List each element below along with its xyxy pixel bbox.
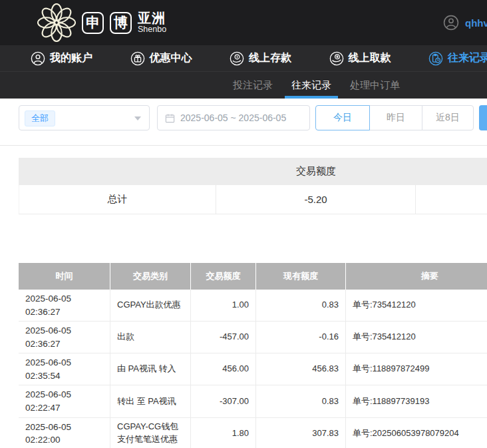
summary-header-row: 交易额度	[19, 158, 487, 185]
brand-logo: 申 博 亚洲 Shenbo	[37, 3, 166, 43]
cell-type: CGPAY-CG钱包支付笔笔送优惠	[110, 418, 191, 448]
cell-amount: 1.80	[191, 418, 256, 448]
col-header-balance: 现有额度	[256, 263, 346, 290]
col-header-time: 时间	[19, 263, 110, 290]
record-tabs: 投注记录 往来记录 处理中订单	[0, 71, 487, 99]
username-label: qhhv	[465, 17, 487, 29]
nav-label: 线上存款	[249, 51, 291, 65]
records-icon	[428, 51, 443, 66]
cell-balance: 456.83	[256, 353, 346, 385]
cell-summary: 单号:118897872499	[346, 353, 487, 385]
brand-region: 亚洲	[138, 11, 166, 25]
search-button[interactable]	[479, 105, 487, 130]
today-button[interactable]: 今日	[315, 105, 370, 130]
table-row: 2025-06-05 02:22:47 转出 至 PA视讯 -307.00 0.…	[19, 385, 487, 417]
summary-total-spacer	[416, 185, 487, 214]
cell-time: 2025-06-05 02:35:54	[19, 353, 110, 385]
cell-time: 2025-06-05 02:36:27	[19, 322, 110, 353]
table-row: 2025-06-05 02:22:00 CGPAY-CG钱包支付笔笔送优惠 1.…	[19, 418, 487, 448]
cell-amount: 1.00	[191, 290, 256, 321]
cell-summary: 单号:118897739193	[346, 385, 487, 417]
table-row: 2025-06-05 02:35:54 由 PA视讯 转入 456.00 456…	[19, 353, 487, 385]
type-filter-selected-tag: 全部	[25, 111, 55, 126]
top-header: 申 博 亚洲 Shenbo qhhv	[0, 0, 487, 45]
nav-label: 优惠中心	[150, 51, 192, 65]
cell-time: 2025-06-05 02:22:47	[19, 385, 110, 417]
cell-type: 由 PA视讯 转入	[110, 353, 191, 385]
table-row: 2025-06-05 02:36:27 CGPAY出款优惠 1.00 0.83 …	[19, 290, 487, 322]
summary-total-value: -5.20	[216, 185, 416, 214]
table-row: 2025-06-05 02:36:27 出款 -457.00 -0.16 单号:…	[19, 322, 487, 353]
last-8-days-button[interactable]: 近8日	[422, 105, 474, 130]
cell-balance: 307.83	[256, 418, 346, 448]
cell-time: 2025-06-05 02:36:27	[19, 290, 110, 321]
nav-item-promotions[interactable]: 优惠中心	[130, 51, 192, 66]
tab-bet-records[interactable]: 投注记录	[226, 72, 279, 99]
summary-total-row: 总计 -5.20	[19, 185, 487, 214]
nav-item-transaction-records[interactable]: 往来记录	[428, 51, 487, 66]
cell-type: 转出 至 PA视讯	[110, 385, 191, 417]
section-divider	[0, 145, 487, 146]
yesterday-button[interactable]: 昨日	[369, 105, 422, 130]
nav-item-online-deposit[interactable]: 线上存款	[230, 51, 291, 66]
account-icon	[31, 51, 45, 66]
calendar-icon	[165, 113, 175, 123]
brand-char-shen: 申	[82, 12, 104, 34]
chevron-down-icon	[134, 116, 141, 120]
nav-label: 往来记录	[448, 51, 487, 65]
tab-processing-orders[interactable]: 处理中订单	[343, 72, 406, 99]
gift-icon	[130, 51, 145, 66]
cell-amount: -457.00	[191, 322, 256, 353]
withdraw-icon	[329, 51, 344, 66]
flower-logo-icon	[37, 3, 76, 42]
user-avatar-icon	[443, 15, 459, 31]
cell-amount: -307.00	[191, 385, 256, 417]
summary-total-label: 总计	[19, 185, 216, 214]
nav-label: 我的账户	[50, 51, 92, 65]
cell-time: 2025-06-05 02:22:00	[19, 418, 110, 448]
type-filter-dropdown[interactable]: 全部	[19, 105, 150, 130]
cell-type: 出款	[110, 322, 191, 353]
deposit-icon	[230, 51, 244, 66]
cell-summary: 单号:735412120	[346, 322, 487, 353]
summary-table: 交易额度 总计 -5.20	[19, 158, 487, 214]
cell-type: CGPAY出款优惠	[110, 290, 191, 321]
table-header-row: 时间 交易类别 交易额度 现有额度 摘要	[19, 263, 487, 290]
cell-balance: 0.83	[256, 385, 346, 417]
nav-label: 线上取款	[349, 51, 391, 65]
tab-transaction-records[interactable]: 往来记录	[285, 72, 338, 99]
date-quick-buttons: 今日 昨日 近8日	[315, 105, 474, 130]
records-table: 时间 交易类别 交易额度 现有额度 摘要 2025-06-05 02:36:27…	[19, 263, 487, 448]
date-range-picker[interactable]: 2025-06-05 ~ 2025-06-05	[157, 105, 310, 130]
col-header-type: 交易类别	[110, 263, 191, 290]
nav-item-my-account[interactable]: 我的账户	[31, 51, 92, 66]
summary-header-amount: 交易额度	[216, 165, 416, 178]
cell-summary: 单号:202506053978079204	[346, 418, 487, 448]
brand-char-bo: 博	[110, 12, 132, 34]
cell-summary: 单号:735412120	[346, 290, 487, 321]
col-header-summary: 摘要	[346, 263, 487, 290]
cell-amount: 456.00	[191, 353, 256, 385]
cell-balance: 0.83	[256, 290, 346, 321]
date-range-value: 2025-06-05 ~ 2025-06-05	[180, 112, 286, 123]
brand-subtitle: Shenbo	[138, 25, 166, 34]
col-header-amount: 交易额度	[191, 263, 256, 290]
nav-item-online-withdrawal[interactable]: 线上取款	[329, 51, 391, 66]
main-nav: 我的账户 优惠中心 线上存款 线上取款	[0, 45, 487, 71]
user-account-button[interactable]: qhhv	[443, 0, 487, 45]
cell-balance: -0.16	[256, 322, 346, 353]
